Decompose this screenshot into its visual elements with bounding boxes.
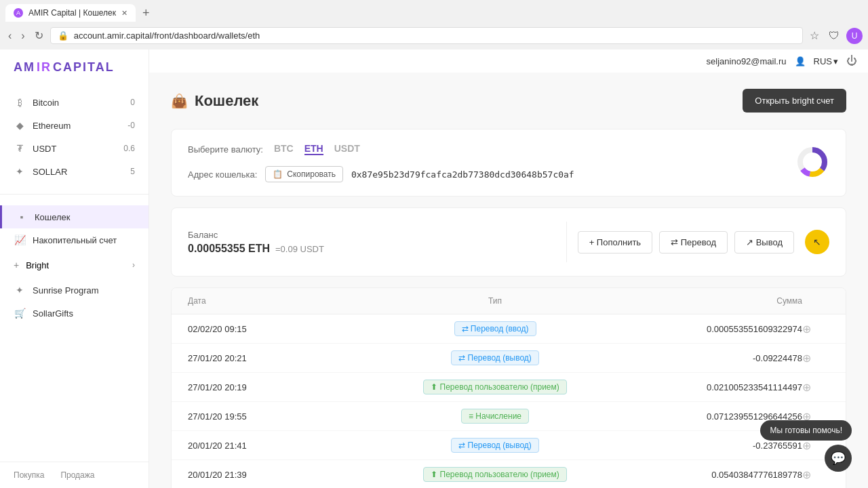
address-bar[interactable]: 🔒 account.amir.capital/front/dashboard/w…: [50, 27, 803, 44]
row5-type-badge: ⬆ Перевод пользователю (прием): [423, 467, 567, 482]
sidebar-sell-btn[interactable]: Продажа: [60, 470, 94, 480]
wallet-nav-icon: ▪: [16, 211, 28, 223]
balance-info: Баланс 0.00055355 ETH =0.09 USDT: [188, 230, 555, 255]
usdt-badge: 0.6: [123, 144, 135, 153]
sidebar-item-bright: + Bright ›: [0, 251, 149, 279]
sidebar-divider-1: [0, 194, 149, 195]
browser-tab[interactable]: A AMIR Capital | Кошелек ✕: [5, 4, 136, 22]
row1-date: 27/01/20 20:21: [188, 353, 323, 363]
bright-left: + Bright: [14, 260, 49, 270]
sidebar-item-ethereum[interactable]: ◆ Ethereum -0: [0, 114, 149, 137]
bright-chevron-icon: ›: [132, 260, 135, 270]
balance-amount-row: 0.00055355 ETH =0.09 USDT: [188, 243, 555, 255]
sidebar-item-wallet[interactable]: ▪ Кошелек: [0, 205, 149, 228]
row0-amount: 0.000553551609322974: [667, 324, 802, 334]
sollar-left: ✦ SOLLAR: [14, 165, 67, 178]
table-row: 20/01/20 21:41 ⇄ Перевод (вывод) -0.2376…: [172, 431, 846, 460]
usdt-left: ₮ USDT: [14, 142, 56, 155]
donut-chart: [795, 145, 829, 181]
topup-btn[interactable]: + Пополнить: [578, 231, 653, 253]
sunrise-label: Sunrise Program: [33, 285, 99, 296]
sidebar: AM IR CAPITAL ₿ Bitcoin 0 ◆ Eth: [0, 49, 149, 488]
row4-type-badge: ⇄ Перевод (вывод): [451, 438, 539, 453]
sollar-label: SOLLAR: [33, 167, 67, 177]
sidebar-item-sollar-gifts[interactable]: 🛒 SollarGifts: [0, 302, 149, 325]
logo-text: AM: [14, 60, 35, 75]
chat-widget: Мы готовы помочь! 💬: [760, 420, 852, 472]
sollar-badge: 5: [130, 167, 135, 176]
back-btn[interactable]: ‹: [5, 27, 14, 45]
wallet-address-card: Выберите валюту: BTC ETH USDT Адрес коше…: [171, 129, 846, 197]
col-action: [802, 296, 829, 306]
wallet-address-left: Выберите валюту: BTC ETH USDT Адрес коше…: [188, 143, 795, 182]
row2-action-icon[interactable]: ⊕: [802, 381, 829, 394]
currency-eth[interactable]: ETH: [304, 143, 323, 155]
sidebar-item-sollar[interactable]: ✦ SOLLAR 5: [0, 160, 149, 183]
sidebar-buy-btn[interactable]: Покупка: [14, 470, 44, 480]
address-text: account.amir.capital/front/dashboard/wal…: [74, 30, 260, 41]
browser-top-bar: A AMIR Capital | Кошелек ✕ + ‹ › ↻ 🔒 acc…: [0, 0, 868, 49]
sunrise-left: ✦ Sunrise Program: [14, 284, 99, 296]
language-selector[interactable]: RUS ▾: [814, 56, 838, 66]
copy-address-btn[interactable]: 📋 Скопировать: [265, 166, 343, 182]
ethereum-label: Ethereum: [33, 121, 71, 131]
copy-icon: 📋: [273, 169, 283, 179]
logo: AM IR CAPITAL: [0, 49, 149, 85]
sollar-gifts-icon: 🛒: [14, 307, 26, 319]
currency-btc[interactable]: BTC: [274, 143, 294, 155]
logo-capital: CAPITAL: [53, 60, 115, 75]
currency-usdt[interactable]: USDT: [334, 143, 360, 155]
row0-date: 02/02/20 09:15: [188, 324, 323, 334]
balance-row: Баланс 0.00055355 ETH =0.09 USDT + Попол…: [188, 222, 829, 262]
currency-list: ₿ Bitcoin 0 ◆ Ethereum -0 ₮ USDT: [0, 85, 149, 188]
lock-icon: 🔒: [58, 30, 68, 41]
table-header: Дата Тип Сумма: [172, 288, 846, 314]
reload-btn[interactable]: ↻: [32, 26, 46, 45]
sidebar-item-usdt[interactable]: ₮ USDT 0.6: [0, 137, 149, 160]
currency-label: Выберите валюту:: [188, 144, 263, 155]
table-row: 02/02/20 09:15 ⇄ Перевод (ввод) 0.000553…: [172, 314, 846, 344]
sidebar-bottom: Покупка Продажа: [0, 462, 149, 488]
withdraw-btn[interactable]: ↗ Вывод: [734, 231, 794, 253]
row5-type: ⬆ Перевод пользователю (прием): [323, 467, 667, 482]
wallet-nav-label: Кошелек: [35, 212, 71, 222]
bright-label: Bright: [26, 260, 49, 270]
sidebar-item-savings[interactable]: 📈 Накопительный счет: [0, 228, 149, 251]
bookmark-btn[interactable]: ☆: [807, 26, 822, 45]
bitcoin-badge: 0: [130, 98, 135, 107]
logo-ir: IR: [37, 60, 52, 75]
row0-type-badge: ⇄ Перевод (ввод): [454, 321, 536, 336]
logout-btn[interactable]: ⏻: [846, 55, 857, 67]
open-bright-btn[interactable]: Открыть bright счет: [743, 89, 846, 113]
currency-row: Выберите валюту: BTC ETH USDT: [188, 143, 795, 155]
tab-close-btn[interactable]: ✕: [121, 9, 127, 18]
app-body: AM IR CAPITAL ₿ Bitcoin 0 ◆ Eth: [0, 49, 868, 488]
usdt-label: USDT: [33, 144, 56, 154]
forward-btn[interactable]: ›: [18, 27, 27, 45]
row1-action-icon[interactable]: ⊕: [802, 352, 829, 365]
bitcoin-left: ₿ Bitcoin: [14, 96, 59, 108]
shield-btn[interactable]: 🛡: [826, 27, 842, 45]
row3-type-badge: ≡ Начисление: [461, 409, 529, 424]
sunrise-icon: ✦: [14, 284, 26, 296]
sidebar-item-bitcoin[interactable]: ₿ Bitcoin 0: [0, 91, 149, 114]
row0-type: ⇄ Перевод (ввод): [323, 321, 667, 336]
row0-action-icon[interactable]: ⊕: [802, 323, 829, 336]
bitcoin-icon: ₿: [14, 96, 26, 108]
chat-bubble: Мы готовы помочь!: [760, 420, 852, 441]
chat-icon: 💬: [831, 451, 846, 466]
new-tab-btn[interactable]: +: [138, 5, 154, 22]
row4-date: 20/01/20 21:41: [188, 441, 323, 451]
row4-type: ⇄ Перевод (вывод): [323, 438, 667, 453]
user-email: seljanino92@mail.ru: [707, 56, 787, 66]
currency-options: BTC ETH USDT: [274, 143, 360, 155]
table-row: 27/01/20 20:21 ⇄ Перевод (вывод) -0.0922…: [172, 344, 846, 373]
sidebar-item-sunrise[interactable]: ✦ Sunrise Program: [0, 279, 149, 302]
transfer-btn[interactable]: ⇄ Перевод: [659, 231, 728, 253]
chat-button[interactable]: 💬: [825, 445, 852, 472]
user-btn[interactable]: U: [846, 28, 863, 44]
wallet-balance-card: Баланс 0.00055355 ETH =0.09 USDT + Попол…: [171, 207, 846, 277]
wallet-address-row: Выберите валюту: BTC ETH USDT Адрес коше…: [188, 143, 829, 182]
ethereum-icon: ◆: [14, 119, 26, 131]
balance-usdt: =0.09 USDT: [275, 244, 324, 254]
